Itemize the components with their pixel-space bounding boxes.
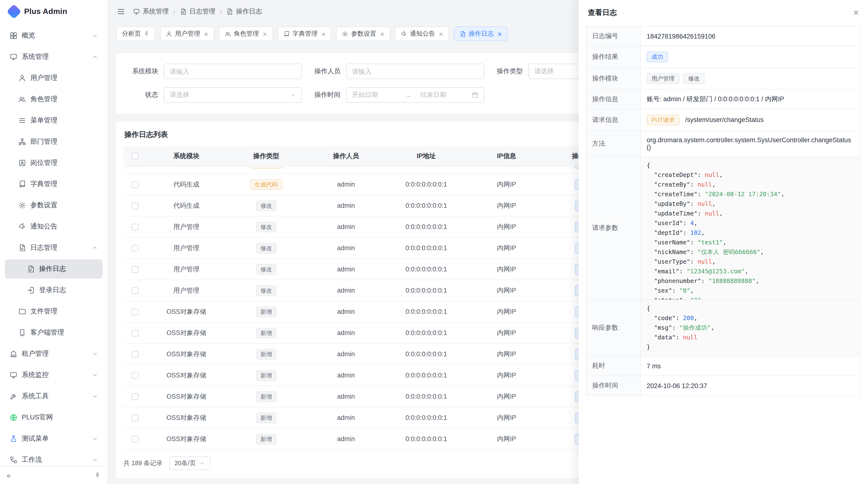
cell-ip-location: 内网IP (467, 167, 546, 173)
row-checkbox[interactable] (132, 372, 138, 379)
tab-label: 通知公告 (410, 29, 435, 38)
filter-label-operator: 操作人员 (306, 67, 340, 76)
tab-2[interactable]: 角色管理× (219, 27, 273, 41)
cell-operator: admin (306, 301, 386, 322)
sidebar-item-19[interactable]: 测试菜单 (5, 429, 103, 448)
sidebar-item-7[interactable]: 字典管理 (5, 174, 103, 194)
sidebar-item-6[interactable]: 岗位管理 (5, 153, 103, 172)
sidebar-item-label: 菜单管理 (30, 116, 98, 125)
folder-icon (18, 308, 26, 315)
cell-operator: admin (306, 217, 386, 237)
sidebar-item-5[interactable]: 部门管理 (5, 132, 103, 151)
column-header: IP地址 (386, 146, 467, 166)
user-icon (166, 31, 172, 37)
result-badge: 成功 (647, 52, 668, 62)
tab-close-icon[interactable]: × (498, 30, 502, 37)
select-all-checkbox[interactable] (132, 153, 138, 160)
sidebar-item-9[interactable]: 通知公告 (5, 217, 103, 236)
sidebar: Plus Admin 概览系统管理用户管理角色管理菜单管理部门管理岗位管理字典管… (0, 0, 108, 484)
sidebar-item-label: 用户管理 (30, 74, 98, 83)
cell-module: OSS对象存储 (147, 323, 226, 343)
sidebar-item-3[interactable]: 角色管理 (5, 90, 103, 109)
row-checkbox[interactable] (132, 223, 138, 230)
tab-close-icon[interactable]: × (263, 30, 267, 37)
breadcrumb-item-0[interactable]: 系统管理 (133, 7, 169, 16)
row-checkbox[interactable] (132, 351, 138, 357)
cell-operator: admin (306, 259, 386, 280)
calendar-icon (472, 92, 478, 98)
client-icon (18, 329, 26, 336)
breadcrumb-item-1[interactable]: 日志管理 (180, 7, 215, 16)
tab-1[interactable]: 用户管理× (160, 27, 214, 41)
row-checkbox[interactable] (132, 287, 138, 294)
cell-ip-location: 内网IP (467, 344, 546, 364)
sidebar-item-14[interactable]: 客户端管理 (5, 323, 103, 342)
row-checkbox[interactable] (132, 308, 138, 315)
cell-ip-address: 0:0:0:0:0:0:0:1 (386, 195, 467, 216)
tab-3[interactable]: 字典管理× (278, 27, 332, 41)
module-input[interactable] (164, 64, 302, 79)
sidebar-item-8[interactable]: 参数设置 (5, 196, 103, 215)
tab-6[interactable]: 操作日志× (454, 27, 508, 41)
collapse-sidebar-button[interactable]: « (7, 471, 11, 479)
row-checkbox[interactable] (132, 266, 138, 272)
sidebar-item-4[interactable]: 菜单管理 (5, 111, 103, 130)
sidebar-item-11[interactable]: 操作日志 (5, 259, 103, 279)
sidebar-item-12[interactable]: 登录日志 (5, 281, 103, 300)
sidebar-item-18[interactable]: PLUS官网 (5, 408, 103, 427)
sidebar-item-15[interactable]: 租户管理 (5, 344, 103, 363)
pin-sidebar-icon[interactable] (94, 472, 101, 479)
column-header: 操作类型 (226, 146, 306, 166)
row-checkbox[interactable] (132, 245, 138, 251)
sidebar-footer: « (0, 466, 107, 484)
tab-0[interactable]: 分析页 (116, 27, 155, 41)
tab-close-icon[interactable]: × (321, 30, 326, 37)
chevron-down-icon (92, 33, 98, 39)
total-records: 共 189 条记录 (123, 459, 162, 467)
chevron-down-icon (92, 393, 98, 399)
workflow-icon (10, 456, 18, 464)
pin-icon[interactable] (144, 31, 150, 37)
tab-close-icon[interactable]: × (439, 30, 443, 37)
sidebar-item-20[interactable]: 工作流 (5, 450, 103, 466)
date-range-picker[interactable]: 开始日期 → 结束日期 (346, 87, 484, 103)
sidebar-item-17[interactable]: 系统工具 (5, 387, 103, 406)
cell-ip-address: 0:0:0:0:0:0:0:1 (386, 238, 467, 258)
cell-module: OSS对象存储 (147, 407, 226, 428)
tab-close-icon[interactable]: × (204, 30, 208, 37)
request-params-code[interactable]: { "createDept": null, "createBy": null, … (641, 157, 860, 299)
row-checkbox[interactable] (132, 181, 138, 188)
sidebar-item-0[interactable]: 概览 (5, 26, 103, 45)
row-checkbox[interactable] (132, 202, 138, 209)
sidebar-item-1[interactable]: 系统管理 (5, 47, 103, 67)
close-icon[interactable]: × (853, 8, 859, 18)
sidebar-item-13[interactable]: 文件管理 (5, 302, 103, 321)
row-checkbox[interactable] (132, 414, 138, 421)
sidebar-item-2[interactable]: 用户管理 (5, 68, 103, 88)
sidebar-item-10[interactable]: 日志管理 (5, 238, 103, 257)
tab-5[interactable]: 通知公告× (395, 27, 449, 41)
tool-icon (10, 392, 18, 400)
cell-operator: admin (306, 386, 386, 407)
operator-input[interactable] (346, 64, 484, 79)
tab-close-icon[interactable]: × (380, 30, 384, 37)
row-checkbox[interactable] (132, 393, 138, 400)
row-checkbox[interactable] (132, 435, 138, 442)
op-type-badge: 新增 (256, 433, 276, 444)
page-size-select[interactable]: 20条/页 (169, 456, 210, 470)
field-label: 请求信息 (586, 109, 641, 131)
hamburger-menu-icon[interactable] (117, 7, 125, 16)
row-checkbox[interactable] (132, 329, 138, 336)
view-log-drawer: 查看日志 × 日志编号 1842781986426159106 操作结果 成功 … (579, 0, 868, 484)
sidebar-item-16[interactable]: 系统监控 (5, 365, 103, 385)
cell-ip-address: 0:0:0:0:0:0:0:1 (386, 344, 467, 364)
cell-ip-address: 0:0:0:0:0:0:0:1 (386, 280, 467, 301)
operation-time-value: 2024-10-06 12:20:37 (641, 376, 861, 395)
cell-module: OSS对象存储 (147, 365, 226, 386)
breadcrumb-item-2[interactable]: 操作日志 (226, 7, 262, 16)
app-logo[interactable]: Plus Admin (0, 0, 107, 23)
request-url: /system/user/changeStatus (685, 116, 764, 123)
status-select[interactable]: 请选择 (164, 87, 302, 103)
tab-4[interactable]: 参数设置× (336, 27, 390, 41)
field-label: 操作结果 (586, 46, 641, 68)
